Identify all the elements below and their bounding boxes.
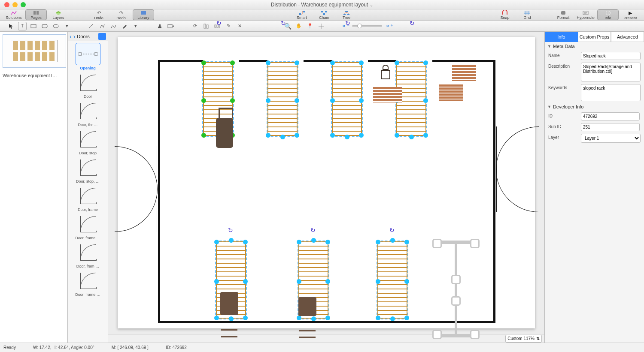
door-shape[interactable] (115, 146, 158, 189)
stencil-door-stop[interactable]: Door, stop (71, 128, 105, 155)
zoom-slider[interactable] (352, 25, 382, 27)
library-category[interactable]: Doors (77, 34, 89, 39)
tree-connector-button[interactable]: Tree (336, 9, 357, 20)
present-button[interactable]: ▶Present (620, 9, 641, 20)
eraser-tool[interactable]: ✕ (235, 22, 244, 30)
id-field[interactable] (581, 112, 640, 120)
snap-button[interactable]: Snap (494, 9, 516, 20)
door-shape[interactable] (115, 189, 158, 232)
svg-rect-21 (158, 27, 161, 28)
zoom-plus-icon[interactable]: ⚬⁺ (385, 22, 393, 30)
refresh-icon[interactable]: ↻ (389, 227, 395, 233)
text-tool[interactable]: T (18, 22, 27, 30)
undo-button[interactable]: ↶Undo (88, 9, 109, 20)
stencil-door-thr[interactable]: Door, thr … (71, 99, 105, 127)
library-panel: ‹ › Doors Opening Door Door, thr … Door,… (68, 32, 108, 343)
sloped-rack[interactable] (377, 241, 407, 319)
name-field[interactable] (581, 52, 641, 60)
hand-tool[interactable]: ✋ (295, 22, 303, 30)
forklift-shape[interactable] (216, 118, 233, 148)
pen-tool[interactable] (120, 22, 129, 30)
pallet-jack-shape[interactable] (220, 292, 238, 315)
zoom-dropdown[interactable]: Custom 117%⇅ (505, 335, 542, 343)
section-meta-data[interactable]: ▼Meta Data (545, 42, 644, 51)
refresh-icon[interactable]: ↻ (345, 20, 351, 26)
select-tool[interactable] (7, 22, 15, 30)
pallet-jack-shape[interactable] (298, 297, 316, 316)
align-tool[interactable] (202, 22, 210, 30)
refresh-icon[interactable]: ↻ (281, 20, 287, 26)
section-developer-info[interactable]: ▼Developer Info (545, 102, 644, 111)
pencil-tool[interactable]: ✎ (224, 22, 233, 30)
svg-rect-26 (215, 25, 216, 27)
shape-dropdown[interactable]: ▾ (63, 22, 71, 30)
drawing-page[interactable]: ↻ ↻ ↻ ↻ (118, 37, 535, 328)
refresh-icon[interactable]: ↻ (410, 20, 416, 26)
solutions-button[interactable]: Solutions (3, 9, 24, 20)
description-field[interactable]: Sloped Rack[Storage and Distribution.cdl… (581, 63, 641, 81)
stencil-door-frame2[interactable]: Door, frame … (71, 213, 105, 240)
stencil-opening[interactable]: Opening (71, 43, 105, 70)
stencil-door-stop2[interactable]: Door, stop, … (71, 156, 105, 184)
library-fwd-icon[interactable]: › (73, 33, 76, 40)
svg-rect-5 (299, 13, 301, 15)
line-tool[interactable] (87, 22, 95, 30)
trolley-shape[interactable] (434, 241, 478, 337)
line-dropdown[interactable]: ▾ (131, 22, 140, 30)
refresh-icon[interactable]: ↻ (216, 20, 222, 26)
info-button[interactable]: ⓘInfo (597, 9, 619, 20)
svg-rect-8 (323, 13, 325, 15)
guide-tool[interactable] (317, 22, 325, 30)
format-button[interactable]: Format (553, 9, 574, 20)
tab-info[interactable]: Info (545, 32, 578, 42)
hypernote-button[interactable]: Hypernote (575, 9, 596, 20)
svg-rect-17 (31, 24, 36, 28)
svg-line-20 (89, 24, 93, 28)
title-chevron-icon[interactable]: ⌄ (370, 3, 373, 7)
layers-button[interactable]: Layers (48, 9, 69, 20)
stencil-door-frame[interactable]: Door, frame (71, 184, 105, 212)
door-shape[interactable] (496, 126, 539, 169)
svg-point-19 (53, 24, 58, 28)
export-tool[interactable] (167, 22, 175, 30)
svg-rect-9 (325, 11, 327, 12)
rotate-tool[interactable]: ⟳ (191, 22, 199, 30)
sloped-rack[interactable] (267, 62, 298, 136)
grid-button[interactable]: Grid (516, 9, 538, 20)
description-label: Description (548, 63, 578, 69)
stencil-door[interactable]: Door (71, 71, 105, 99)
door-shape[interactable] (496, 169, 539, 212)
layer-select[interactable]: Layer 1 (581, 134, 641, 143)
tab-advanced[interactable]: Advanced (611, 32, 644, 42)
inspector-panel: Info Custom Props Advanced ▼Meta Data Na… (544, 32, 644, 343)
pallet-shape[interactable] (439, 84, 463, 101)
pages-button[interactable]: Pages (25, 9, 47, 20)
subid-field[interactable] (581, 123, 640, 131)
sloped-rack[interactable] (332, 62, 362, 136)
library-back-icon[interactable]: ‹ (70, 33, 72, 40)
spline-tool[interactable] (109, 22, 118, 30)
smart-connector-button[interactable]: Smart (291, 9, 313, 20)
pallet-shape[interactable] (452, 65, 476, 81)
chain-connector-button[interactable]: Chain (313, 9, 335, 20)
page-thumbnail[interactable] (3, 34, 66, 68)
rect-tool[interactable] (29, 22, 38, 30)
library-menu-icon[interactable] (98, 33, 106, 40)
refresh-icon[interactable]: ↻ (310, 227, 316, 233)
roundrect-tool[interactable] (40, 22, 49, 30)
tab-custom-props[interactable]: Custom Props (578, 32, 611, 42)
refresh-icon[interactable]: ↻ (228, 227, 234, 233)
pin-tool[interactable]: 📍 (306, 22, 314, 30)
keywords-field[interactable]: sloped rack (581, 84, 641, 101)
poly-tool[interactable] (98, 22, 106, 30)
stencil-door-fram[interactable]: Door, fram … (71, 241, 105, 268)
redo-button[interactable]: ↷Redo (110, 9, 132, 20)
pallet-lift-shape[interactable] (379, 65, 392, 80)
pallet-shape[interactable] (373, 87, 402, 102)
ellipse-tool[interactable] (52, 22, 60, 30)
stamp-tool[interactable] (155, 22, 164, 30)
library-button[interactable]: Library (133, 9, 154, 20)
svg-rect-13 (561, 11, 565, 15)
stencil-door-frame3[interactable]: Door, frame … (71, 269, 105, 297)
svg-rect-7 (321, 11, 323, 12)
